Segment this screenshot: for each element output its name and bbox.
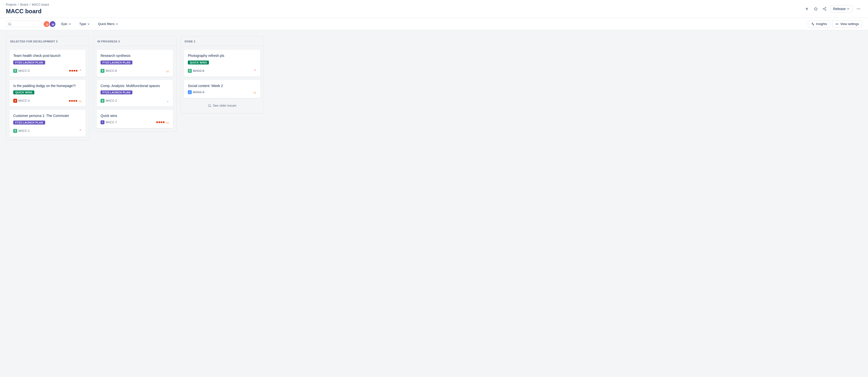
see-older-issues[interactable]: See older issues <box>184 101 261 110</box>
search-input[interactable] <box>13 22 37 26</box>
card-footer: S MACC-5 ⌃ <box>13 69 82 73</box>
issue-id-label: MACC-5 <box>19 69 30 72</box>
quick-filters-label: Quick filters <box>98 22 115 26</box>
epic-filter[interactable]: Epic <box>59 21 74 27</box>
column-header-selected: SELECTED FOR DEVELOPMENT 3 <box>6 36 89 46</box>
table-row[interactable]: Social content: Week 2 ✓ MACC-3 ⚍ <box>184 80 261 98</box>
toolbar-right: Insights View settings <box>808 20 862 27</box>
column-done: DONE 2 Photography refresh pls QUICK WIN… <box>181 36 264 114</box>
column-body-selected: Team health check post-launch FY23 LAUNC… <box>6 46 89 140</box>
story-icon: S <box>100 69 104 73</box>
release-label: Release <box>833 7 846 11</box>
table-row[interactable]: Comp. Analysis: Multifunctional spaces F… <box>96 80 173 107</box>
task-icon: ✓ <box>188 90 192 94</box>
card-title: Is the padding dodgy on the homepage?! <box>13 84 82 89</box>
type-filter[interactable]: Type <box>77 21 92 27</box>
svg-line-5 <box>824 8 825 8</box>
table-row[interactable]: Research synthesis FY23 LAUNCH PLAN S MA… <box>96 49 173 77</box>
share-button[interactable] <box>821 5 828 12</box>
card-id: S MACC-1 <box>13 129 30 133</box>
breadcrumb-board[interactable]: Board <box>20 3 28 6</box>
see-older-label: See older issues <box>213 104 236 107</box>
priority-high <box>69 100 77 102</box>
dot <box>161 121 162 123</box>
insights-icon <box>811 22 814 26</box>
svg-point-7 <box>858 8 859 9</box>
card-title: Research synthesis <box>100 54 169 58</box>
table-row[interactable]: Team health check post-launch FY23 LAUNC… <box>9 49 86 77</box>
search-older-icon <box>208 104 211 107</box>
table-row[interactable]: Is the padding dodgy on the homepage?! Q… <box>9 80 86 107</box>
story-icon: S <box>100 99 104 103</box>
card-meta: ⌄ <box>166 99 169 103</box>
chevron-down-icon: ⌄ <box>166 99 169 103</box>
svg-line-12 <box>210 106 211 107</box>
issue-id-label: MACC-4 <box>19 99 30 102</box>
toolbar-left: S M Epic Type Quick filters <box>6 21 121 27</box>
quick-filters-button[interactable]: Quick filters <box>95 21 121 27</box>
column-title-done: DONE 2 <box>185 40 195 43</box>
column-header-done: DONE 2 <box>181 36 264 46</box>
card-meta: ⚍ <box>166 69 169 73</box>
card-meta: ⚍ <box>69 99 82 103</box>
issue-id-label: MACC-2 <box>106 99 117 102</box>
issue-id-label: MACC-3 <box>193 90 204 94</box>
card-badge: QUICK WINS <box>188 61 209 64</box>
insights-label: Insights <box>816 22 827 26</box>
equal-icon: ⚍ <box>79 99 82 103</box>
breadcrumb: Projects / Board / MACC board <box>6 3 49 6</box>
story-icon: S <box>188 69 192 73</box>
chevron-up-icon: ⌃ <box>253 69 256 73</box>
avatars: S M <box>43 21 56 27</box>
svg-line-4 <box>824 9 825 10</box>
chevron-up-icon: ⌃ <box>79 69 82 73</box>
card-meta: ⚍ <box>253 90 256 94</box>
breadcrumb-current: MACC board <box>32 3 49 6</box>
search-box[interactable] <box>6 21 40 27</box>
dot <box>71 70 73 71</box>
svg-point-3 <box>825 9 826 10</box>
card-title: Social content: Week 2 <box>188 84 256 89</box>
card-badge: FY23 LAUNCH PLAN <box>100 90 132 94</box>
breadcrumb-projects[interactable]: Projects <box>6 3 17 6</box>
issue-id-label: MACC-7 <box>106 121 117 124</box>
column-title-inprogress: IN PROGRESS 3 <box>97 40 120 43</box>
insights-button[interactable]: Insights <box>808 20 830 27</box>
card-meta: ⌃ <box>79 129 82 133</box>
card-id: S MACC-8 <box>100 69 117 73</box>
column-title-selected: SELECTED FOR DEVELOPMENT 3 <box>10 40 58 43</box>
search-icon <box>8 22 11 26</box>
dot <box>156 121 158 123</box>
card-title: Team health check post-launch <box>13 54 82 58</box>
type-label: Type <box>79 22 86 26</box>
toolbar: S M Epic Type Quick filters Insights Vie… <box>0 18 868 30</box>
svg-point-2 <box>823 8 824 9</box>
issue-id-label: MACC-8 <box>106 69 117 72</box>
card-badge: FY23 LAUNCH PLAN <box>13 61 45 64</box>
board: SELECTED FOR DEVELOPMENT 3 Team health c… <box>0 30 868 146</box>
story-icon: S <box>13 129 17 133</box>
more-button[interactable] <box>855 5 862 12</box>
release-button[interactable]: Release <box>830 5 853 12</box>
dot <box>73 100 75 102</box>
dot <box>69 70 71 71</box>
table-row[interactable]: Photography refresh pls QUICK WINS S MAC… <box>184 49 261 77</box>
card-footer: S MACC-8 ⚍ <box>100 69 169 73</box>
svg-line-10 <box>10 25 11 25</box>
table-row[interactable]: Customer persona 1: The Commuter FY23 LA… <box>9 109 86 137</box>
card-footer: ✓ MACC-3 ⚍ <box>188 90 256 94</box>
column-body-inprogress: Research synthesis FY23 LAUNCH PLAN S MA… <box>93 46 176 131</box>
dot <box>75 100 77 102</box>
view-settings-button[interactable]: View settings <box>832 20 862 27</box>
dot <box>73 70 75 71</box>
dot <box>71 100 73 102</box>
svg-point-6 <box>857 8 858 9</box>
card-badge: FY23 LAUNCH PLAN <box>13 121 45 125</box>
card-title: Comp. Analysis: Multifunctional spaces <box>100 84 169 89</box>
flash-button[interactable] <box>804 5 810 12</box>
equal-icon: ⚍ <box>166 69 169 73</box>
svg-point-9 <box>8 23 11 25</box>
star-button[interactable] <box>812 5 819 12</box>
table-row[interactable]: Quick wins + MACC-7 ⚍ <box>96 109 173 128</box>
svg-point-11 <box>209 104 211 106</box>
